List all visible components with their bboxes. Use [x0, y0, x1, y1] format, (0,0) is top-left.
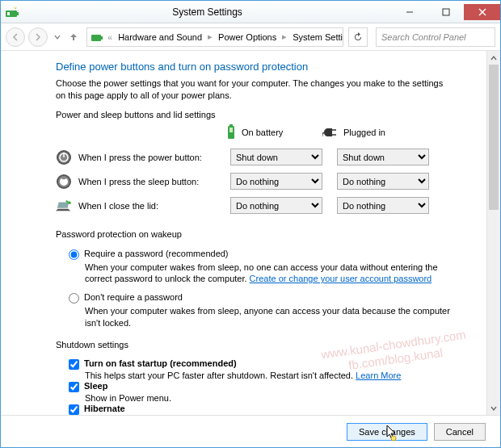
breadcrumb[interactable]: System Settings — [291, 32, 343, 42]
svg-rect-2 — [7, 12, 10, 15]
chevron-right-icon[interactable]: ▸ — [206, 31, 214, 42]
page-title: Define power buttons and turn on passwor… — [56, 61, 453, 73]
link-learn-more[interactable]: Learn More — [356, 371, 401, 380]
power-button-icon — [56, 149, 72, 165]
chevron-right-icon[interactable]: ▸ — [280, 31, 288, 42]
breadcrumb[interactable]: Power Options — [217, 32, 278, 42]
check-label: Sleep — [84, 381, 107, 392]
svg-rect-8 — [101, 36, 103, 40]
maximize-button[interactable] — [427, 4, 464, 20]
radio-require-password[interactable] — [69, 249, 79, 260]
svg-rect-11 — [229, 128, 233, 132]
titlebar: System Settings — [1, 1, 500, 23]
link-change-password[interactable]: Create or change your user account passw… — [250, 274, 432, 283]
page-intro: Choose the power settings that you want … — [56, 77, 453, 102]
column-plugged-in: Plugged in — [322, 124, 419, 140]
sleep-button-icon — [56, 174, 72, 190]
back-button[interactable] — [6, 27, 25, 47]
svg-rect-4 — [443, 9, 449, 15]
search-placeholder: Search Control Panel — [381, 32, 466, 42]
scroll-up-icon[interactable] — [487, 51, 500, 65]
group-label-power-sleep: Power and sleep buttons and lid settings — [56, 110, 453, 119]
lid-battery-select[interactable]: Do nothing — [230, 197, 322, 214]
check-sleep[interactable] — [69, 382, 79, 392]
battery-icon — [225, 124, 237, 140]
navbar: « Hardware and Sound ▸ Power Options ▸ S… — [1, 23, 500, 51]
radio-label: Require a password (recommended) — [84, 249, 229, 260]
breadcrumb[interactable]: Hardware and Sound — [116, 32, 204, 42]
svg-rect-10 — [229, 124, 233, 126]
check-fast-startup[interactable] — [69, 359, 79, 370]
footer: Save changes Cancel — [1, 415, 500, 447]
address-icon — [91, 31, 103, 44]
up-button[interactable] — [67, 27, 80, 47]
breadcrumb-sep: « — [106, 32, 114, 42]
check-hibernate[interactable] — [69, 404, 79, 415]
scroll-down-icon[interactable] — [487, 401, 500, 415]
group-label-shutdown: Shutdown settings — [56, 340, 453, 350]
scroll-thumb[interactable] — [489, 65, 499, 210]
vertical-scrollbar[interactable] — [486, 51, 500, 415]
check-label: Hibernate — [84, 404, 125, 415]
row-power-button: When I press the power button: Shut down… — [56, 145, 453, 170]
column-on-battery: On battery — [225, 124, 322, 140]
row-close-lid: When I close the lid: Do nothing Do noth… — [56, 194, 453, 218]
group-label-password: Password protection on wakeup — [56, 229, 453, 239]
close-button[interactable] — [464, 4, 500, 20]
minimize-button[interactable] — [391, 4, 427, 20]
row-sleep-button: When I press the sleep button: Do nothin… — [56, 170, 453, 194]
search-input[interactable]: Search Control Panel — [376, 27, 495, 47]
cancel-button[interactable]: Cancel — [434, 423, 486, 441]
power-button-plugged-select[interactable]: Shut down — [337, 149, 429, 165]
plug-icon — [322, 127, 339, 138]
window-title: System Settings — [23, 6, 391, 18]
lid-icon — [56, 198, 72, 214]
radio-no-password[interactable] — [69, 293, 79, 304]
lid-plugged-select[interactable]: Do nothing — [337, 197, 429, 214]
svg-rect-7 — [91, 35, 101, 41]
svg-rect-1 — [17, 12, 19, 15]
save-changes-button[interactable]: Save changes — [347, 423, 427, 441]
radio-label: Don't require a password — [84, 292, 183, 304]
check-label: Turn on fast startup (recommended) — [84, 358, 237, 370]
refresh-button[interactable] — [348, 27, 368, 47]
window-icon — [6, 6, 19, 19]
history-dropdown[interactable] — [51, 27, 64, 47]
power-button-battery-select[interactable]: Shut down — [230, 149, 322, 165]
address-bar[interactable]: « Hardware and Sound ▸ Power Options ▸ S… — [86, 27, 343, 47]
sleep-button-battery-select[interactable]: Do nothing — [230, 173, 322, 190]
forward-button[interactable] — [28, 27, 48, 47]
sleep-button-plugged-select[interactable]: Do nothing — [337, 173, 429, 190]
